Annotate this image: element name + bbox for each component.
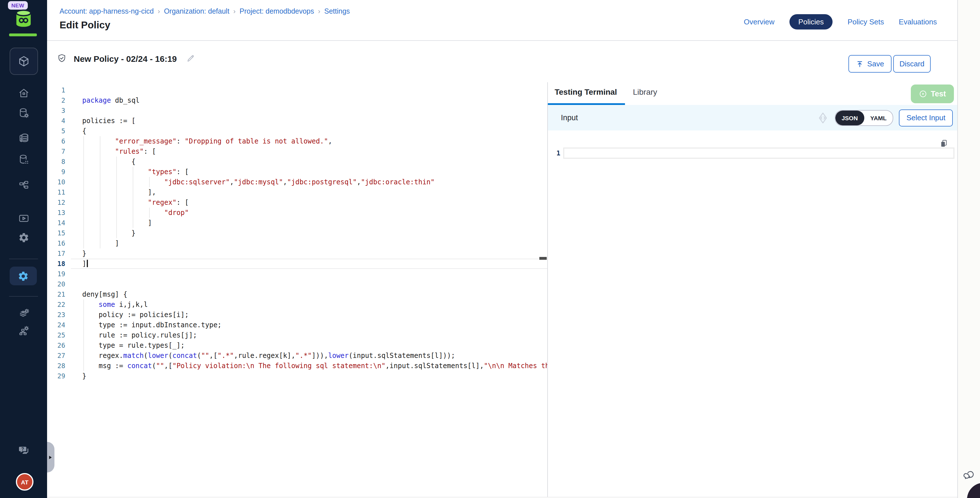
- line-number: 6: [47, 136, 65, 146]
- breadcrumb-separator: ›: [229, 7, 240, 15]
- play-circle-icon: [919, 90, 927, 98]
- line-number: 1: [47, 85, 65, 95]
- nav-policy-sets[interactable]: Policy Sets: [848, 17, 884, 26]
- line-number: 22: [47, 299, 65, 310]
- app-window: NEW ? AT Account: app-harness-ng-cicd›Or…: [0, 0, 980, 498]
- discard-button[interactable]: Discard: [893, 55, 931, 73]
- discard-label: Discard: [899, 60, 924, 68]
- format-option-json[interactable]: JSON: [835, 110, 864, 125]
- code-text: deny[msg] {: [82, 289, 127, 299]
- code-text: some i,j,k,l: [82, 299, 148, 310]
- breadcrumb-item[interactable]: Account: app-harness-ng-cicd: [60, 7, 154, 15]
- select-input-button[interactable]: Select Input: [899, 109, 953, 126]
- breadcrumb-item[interactable]: Project: demodbdevops: [240, 7, 314, 15]
- save-button[interactable]: Save: [848, 55, 891, 73]
- line-number: 5: [47, 126, 65, 136]
- nav-evaluations[interactable]: Evaluations: [899, 17, 937, 26]
- breadcrumb-separator: ›: [154, 7, 164, 15]
- tab-library[interactable]: Library: [633, 88, 657, 96]
- code-text: ],: [82, 187, 156, 197]
- pencil-icon[interactable]: [186, 54, 195, 63]
- video-icon: [18, 213, 29, 224]
- db-devops-logo[interactable]: [14, 8, 33, 29]
- sidebar-item-settings-active[interactable]: [10, 267, 37, 285]
- line-number: 15: [47, 228, 65, 238]
- code-text: ]: [82, 238, 119, 248]
- code-line: 24 type := input.dbInstance.type;: [47, 320, 547, 330]
- line-number: 3: [47, 105, 65, 116]
- line-number: 27: [47, 350, 65, 361]
- code-text: ]: [82, 259, 88, 269]
- copy-icon[interactable]: [939, 139, 948, 148]
- nav-policies[interactable]: Policies: [789, 14, 833, 29]
- test-button[interactable]: Test: [911, 84, 954, 103]
- line-number: 19: [47, 269, 65, 279]
- sidebar-expand-handle[interactable]: [47, 442, 54, 473]
- sidebar-item-database-dots[interactable]: [0, 154, 47, 165]
- nav-overview[interactable]: Overview: [744, 17, 775, 26]
- code-line: 20: [47, 279, 547, 289]
- breadcrumb-item[interactable]: Organization: default: [164, 7, 229, 15]
- tab-testing-terminal[interactable]: Testing Terminal: [555, 88, 617, 96]
- line-number: 11: [47, 187, 65, 197]
- upload-icon: [856, 60, 864, 68]
- code-line: 2package db_sql: [47, 95, 547, 105]
- breadcrumb-item[interactable]: Settings: [325, 7, 350, 15]
- code-line: 15 }: [47, 228, 547, 238]
- line-number: 28: [47, 361, 65, 371]
- line-number: 18: [47, 259, 65, 269]
- policy-code-editor[interactable]: 12package db_sql34policies := [5{6 "erro…: [47, 82, 548, 498]
- line-number: 16: [47, 238, 65, 248]
- database-stack-icon: [18, 132, 29, 143]
- code-line: 3: [47, 105, 547, 116]
- code-text: }: [82, 371, 86, 381]
- code-line: 6 "error_message": "Dropping of table is…: [47, 136, 547, 146]
- test-input-editor[interactable]: 1: [548, 130, 957, 498]
- sidebar-item-database-gear[interactable]: [0, 107, 47, 119]
- input-section-header: Input JSONYAML Select Input: [548, 105, 957, 130]
- sidebar-item-database-stack[interactable]: [0, 132, 47, 143]
- sidebar-item-video[interactable]: [0, 213, 47, 224]
- sidebar-item-home[interactable]: [0, 88, 47, 99]
- sidebar-item-flow-gear[interactable]: [0, 325, 47, 336]
- sidebar-divider: [9, 296, 38, 297]
- format-option-yaml[interactable]: YAML: [864, 110, 893, 125]
- database-dots-icon: [18, 154, 29, 165]
- avatar[interactable]: AT: [16, 473, 33, 491]
- module-selector-button[interactable]: [10, 48, 38, 75]
- right-rail-divider: [957, 0, 958, 498]
- code-line: 27 regex.match(lower(concat("",[".*",rul…: [47, 350, 547, 361]
- policy-name: New Policy - 02/24 - 16:19: [74, 54, 177, 63]
- policy-header-bar: New Policy - 02/24 - 16:19 Save Discard: [47, 41, 957, 83]
- help-button[interactable]: ?: [0, 444, 47, 457]
- code-line: 12 "regex": [: [47, 197, 547, 208]
- code-text: {: [82, 156, 135, 167]
- sidebar-divider: [9, 259, 38, 259]
- text-cursor: [87, 260, 88, 267]
- sidebar-item-gear[interactable]: [0, 232, 47, 243]
- code-line: 13 "drop": [47, 208, 547, 218]
- line-number: 23: [47, 310, 65, 320]
- code-line: 21deny[msg] {: [47, 289, 547, 299]
- help-chat-icon: ?: [17, 444, 30, 457]
- chat-bubbles-icon[interactable]: [963, 468, 975, 481]
- code-text: ]: [82, 218, 152, 228]
- save-label: Save: [867, 60, 884, 68]
- sidebar-item-layers-gear[interactable]: [0, 308, 47, 319]
- svg-text:?: ?: [21, 447, 24, 452]
- page-title: Edit Policy: [60, 19, 110, 31]
- format-toggle: JSONYAML: [835, 110, 894, 126]
- code-text: "jdbc:sqlserver","jdbc:mysql","jdbc:post…: [82, 177, 435, 187]
- gear-icon: [18, 270, 29, 282]
- code-line: 8 {: [47, 156, 547, 167]
- line-number: 20: [47, 279, 65, 289]
- code-line: 25 rule := policy.rules[j];: [47, 330, 547, 340]
- home-icon: [18, 88, 29, 99]
- code-text: regex.match(lower(concat("",[".*",rule.r…: [82, 350, 455, 361]
- left-sidebar: NEW ? AT: [0, 0, 47, 498]
- line-number: 14: [47, 218, 65, 228]
- code-line: 9 "types": [: [47, 167, 547, 177]
- sidebar-item-flow[interactable]: [0, 179, 47, 191]
- code-line: 14 ]: [47, 218, 547, 228]
- code-text: type = rule.types[_];: [82, 340, 185, 350]
